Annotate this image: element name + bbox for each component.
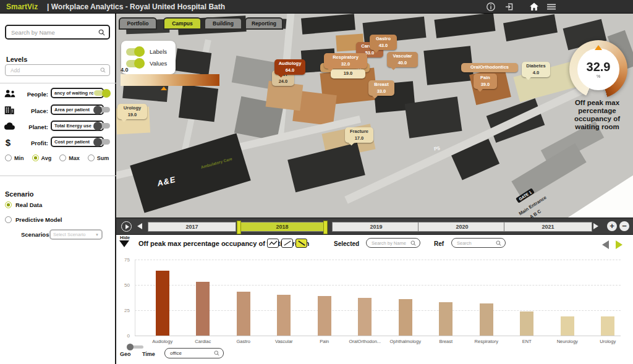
tab-reporting[interactable]: Reporting <box>245 17 283 30</box>
slider-knob[interactable] <box>127 344 134 350</box>
dept-value: 19.0 <box>333 70 363 77</box>
scenarios-select[interactable]: Select Scenario▼ <box>49 229 103 240</box>
dept-label-audiology[interactable]: Audiology64.0 <box>274 59 305 75</box>
dept-label-diabetes[interactable]: Diabetes4.0 <box>522 62 550 77</box>
menu-icon[interactable] <box>546 2 556 12</box>
dept-name: Vascular <box>389 53 415 60</box>
metric-toggle[interactable] <box>94 90 110 96</box>
bar-pain[interactable] <box>318 296 331 336</box>
dept-label-gastro[interactable]: Gastro43.0 <box>370 35 397 50</box>
radio-icon[interactable] <box>88 154 95 161</box>
highlight-view-button[interactable] <box>295 239 307 248</box>
dept-label-respiratory[interactable]: Respiratory32.0 <box>324 53 367 69</box>
timeline-prev-icon[interactable] <box>137 223 142 229</box>
levels-add-input[interactable] <box>9 67 100 74</box>
search-by-name-box[interactable] <box>5 25 110 40</box>
chart-page-next-icon[interactable] <box>616 240 622 249</box>
trend-line-view-button[interactable] <box>281 239 293 248</box>
bar-ophthalmology[interactable] <box>399 299 412 336</box>
time-label: Time <box>142 351 155 357</box>
bar-ent[interactable] <box>520 311 533 336</box>
scenario-heading: Scenario <box>5 190 33 198</box>
bar-cardiac[interactable] <box>196 282 210 336</box>
ref-search-box[interactable] <box>451 238 506 248</box>
radio-icon[interactable] <box>32 154 39 161</box>
dept-label-urology[interactable]: Urology19.0 <box>117 104 147 119</box>
bar-vascular[interactable] <box>277 295 291 336</box>
y-tick-label: 75 <box>119 257 130 263</box>
radio-icon[interactable] <box>5 201 12 208</box>
selected-search-box[interactable] <box>366 238 420 248</box>
timeline-next-icon[interactable] <box>593 223 598 229</box>
category-filter-box[interactable] <box>164 348 224 358</box>
toggle-switch[interactable] <box>126 48 145 56</box>
gauge-value: 32.9 <box>587 61 611 73</box>
dept-label-breast[interactable]: Breast33.0 <box>368 80 394 96</box>
bar-oralorthodon[interactable] <box>358 298 372 336</box>
toggle-switch[interactable] <box>126 60 145 67</box>
toggle-knob-icon <box>134 58 145 69</box>
timeline-year-2020[interactable]: 2020 <box>418 222 506 232</box>
radio-icon[interactable] <box>59 154 66 161</box>
map-annotation: P5 <box>433 145 440 152</box>
bar-audiology[interactable] <box>156 271 169 336</box>
timeline-year-2018[interactable]: 2018 <box>238 222 326 232</box>
agg-option-max[interactable]: Max <box>59 154 80 161</box>
dept-label-pain[interactable]: Pain39.0 <box>474 74 497 89</box>
ref-search-input[interactable] <box>456 240 496 247</box>
timeline-year-2017[interactable]: 2017 <box>148 222 236 232</box>
line-chart-view-button[interactable] <box>267 239 279 248</box>
metric-label: Place: <box>16 108 48 114</box>
search-input[interactable] <box>10 28 98 36</box>
tab-portfolio[interactable]: Portfolio <box>119 17 157 30</box>
metric-toggle[interactable] <box>94 107 110 112</box>
home-icon[interactable] <box>529 2 539 12</box>
toggle-knob-icon <box>93 106 102 114</box>
play-button[interactable] <box>121 221 132 232</box>
bar-respiratory[interactable] <box>480 303 493 336</box>
bar-gastro[interactable] <box>237 292 250 336</box>
tab-building[interactable]: Building <box>204 17 242 30</box>
zoom-out-button[interactable]: − <box>619 221 629 231</box>
agg-option-min[interactable]: Min <box>5 154 24 161</box>
metric-toggle[interactable] <box>94 123 110 129</box>
selected-label: Selected <box>334 240 359 247</box>
metric-toggle[interactable] <box>94 139 110 145</box>
dept-label-vascular[interactable]: Vascular40.0 <box>387 52 418 67</box>
dept-name: OralOrthodontics <box>464 64 516 71</box>
radio-icon[interactable] <box>5 154 12 161</box>
selected-search-input[interactable] <box>370 240 410 247</box>
map-building <box>301 14 355 34</box>
agg-option-avg[interactable]: Avg <box>32 154 52 161</box>
timeline-year-2021[interactable]: 2021 <box>504 222 592 232</box>
levels-add-box[interactable] <box>5 64 110 76</box>
scenario-option-predictive-model[interactable]: Predictive Model <box>5 216 62 223</box>
bar-breast[interactable] <box>439 302 452 336</box>
dept-label-fracture[interactable]: Fracture17.0 <box>345 127 373 143</box>
map-toggle-labels[interactable]: Labels <box>126 46 176 57</box>
search-icon <box>100 67 106 73</box>
tab-campus[interactable]: Campus <box>163 17 202 30</box>
dept-label-oralorthodontics[interactable]: OralOrthodontics <box>461 63 518 72</box>
agg-option-sum[interactable]: Sum <box>88 154 109 161</box>
campus-map[interactable]: LabelsValues 4.0 32.9 % Off peak max per… <box>116 14 633 218</box>
info-icon[interactable] <box>486 2 496 12</box>
bar-urology[interactable] <box>601 316 614 336</box>
radio-icon[interactable] <box>5 216 12 223</box>
chart-page-prev-icon[interactable] <box>602 240 609 249</box>
y-tick-label: 50 <box>119 282 130 288</box>
dept-value: 17.0 <box>347 135 371 142</box>
bar-neurology[interactable] <box>561 316 574 336</box>
category-label: Breast <box>426 339 467 344</box>
hide-panel-button[interactable] <box>119 240 129 247</box>
scenario-option-real-data[interactable]: Real Data <box>5 201 42 208</box>
exit-icon[interactable] <box>504 2 514 12</box>
timeline-year-2019[interactable]: 2019 <box>332 222 420 232</box>
category-filter-input[interactable] <box>169 350 214 357</box>
map-toggle-values[interactable]: Values <box>126 57 176 69</box>
geo-time-slider[interactable] <box>127 345 143 349</box>
zoom-in-button[interactable]: + <box>607 221 617 231</box>
scenarios-label: Scenarios <box>21 231 49 238</box>
dept-label-190[interactable]: 19.0 <box>331 69 365 78</box>
map-building <box>179 85 218 122</box>
